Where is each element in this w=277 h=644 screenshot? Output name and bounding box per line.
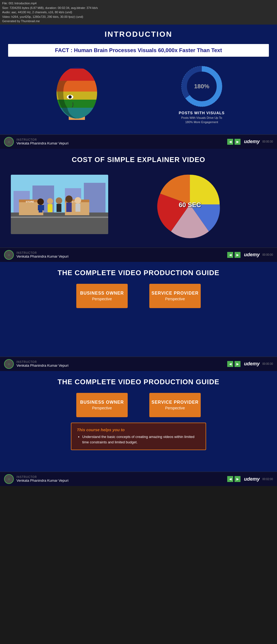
service-provider-btn-1[interactable]: SERVICE PROVIDER Perspective xyxy=(149,284,201,308)
instructor-info-1: ○ INSTRUCTOR Venkata Phanindra Kumar Vep… xyxy=(4,137,68,147)
instructor-bar-2: ○ INSTRUCTOR Venkata Phanindra Kumar Vep… xyxy=(0,248,277,262)
panel-cost: COST OF SIMPLE EXPLAINER VIDEO STORE xyxy=(0,149,277,248)
instructor-name-3: Venkata Phanindra Kumar Vepuri xyxy=(17,363,68,367)
instructor-text-4: INSTRUCTOR Venkata Phanindra Kumar Vepur… xyxy=(17,476,68,483)
next-button-2[interactable]: ▶ xyxy=(235,252,240,258)
business-owner-label-2: BUSINESS OWNER xyxy=(80,400,124,405)
timestamp-2: 00:00:00 xyxy=(262,253,273,256)
timestamp-1: 00:00:30 xyxy=(262,140,273,143)
file-info-line4: Video: h264, yuv420p, 1280x720, 290 kb/s… xyxy=(2,15,275,19)
instructor-text-3: INSTRUCTOR Venkata Phanindra Kumar Vepur… xyxy=(17,360,68,367)
instructor-label-4: INSTRUCTOR xyxy=(17,476,68,478)
file-info-line3: Audio: aac, 44100 Hz, 2 channels, s16, 8… xyxy=(2,10,275,15)
posts-subtitle-1: Posts With Visuals Drive Up To xyxy=(179,116,225,119)
business-owner-sub-2: Perspective xyxy=(92,406,112,410)
svg-point-9 xyxy=(68,95,72,99)
course-helps-list: Understand the basic concepts of creatin… xyxy=(77,434,200,446)
instructor-info-3: ○ INSTRUCTOR Venkata Phanindra Kumar Vep… xyxy=(4,359,68,369)
instructor-controls-2[interactable]: ◀ ▶ udemy 00:00:00 xyxy=(227,252,273,258)
panel-introduction: INTRODUCTION FACT : Human Brain Processe… xyxy=(0,25,277,134)
svg-rect-31 xyxy=(48,204,52,212)
panel-guide-2: THE COMPLETE VIDEO PRODUCTION GUIDE BUSI… xyxy=(0,371,277,472)
cost-title: COST OF SIMPLE EXPLAINER VIDEO xyxy=(11,156,266,164)
instructor-label-3: INSTRUCTOR xyxy=(17,360,68,363)
svg-point-34 xyxy=(65,195,72,203)
instructor-controls-3[interactable]: ◀ ▶ udemy 00:00:30 xyxy=(227,361,273,367)
pie-chart-area: 60 SEC xyxy=(114,169,266,240)
svg-text:STORE: STORE xyxy=(26,200,34,203)
instructor-label-1: INSTRUCTOR xyxy=(17,138,68,141)
file-info-line1: File: 001 Introduction.mp4 xyxy=(2,1,275,6)
instructor-text-1: INSTRUCTOR Venkata Phanindra Kumar Vepur… xyxy=(17,138,68,145)
donut-value: 180% xyxy=(194,83,209,90)
business-owner-btn-2[interactable]: BUSINESS OWNER Perspective xyxy=(76,393,128,417)
instructor-avatar-1: ○ xyxy=(4,137,14,147)
instructor-label-2: INSTRUCTOR xyxy=(17,251,68,254)
posts-subtitle-2: 180% More Engagement xyxy=(179,120,225,124)
cartoon-image: STORE STORE xyxy=(11,175,108,234)
instructor-avatar-2: ○ xyxy=(4,250,14,260)
perspectives-row-2: BUSINESS OWNER Perspective SERVICE PROVI… xyxy=(11,393,266,417)
instructor-name-4: Venkata Phanindra Kumar Vepuri xyxy=(17,478,68,483)
fact-banner: FACT : Human Brain Processes Visuals 60,… xyxy=(8,44,269,57)
svg-rect-28 xyxy=(38,205,39,210)
udemy-logo-1: udemy xyxy=(244,139,260,144)
prev-button-4[interactable]: ◀ xyxy=(227,476,233,482)
instructor-bar-1: ○ INSTRUCTOR Venkata Phanindra Kumar Vep… xyxy=(0,134,277,149)
svg-point-32 xyxy=(56,197,62,204)
svg-rect-3 xyxy=(57,69,97,81)
instructor-info-2: ○ INSTRUCTOR Venkata Phanindra Kumar Vep… xyxy=(4,250,68,260)
svg-rect-35 xyxy=(66,203,72,212)
service-provider-sub-2: Perspective xyxy=(165,406,185,410)
svg-point-30 xyxy=(47,198,53,204)
donut-container: 180% xyxy=(180,65,223,108)
svg-rect-14 xyxy=(11,213,108,234)
svg-rect-37 xyxy=(75,204,80,212)
file-info-line2: Size: 7204255 bytes (6.87 MiB), duration… xyxy=(2,6,275,10)
extra-space-1 xyxy=(11,313,266,346)
instructor-avatar-4: ○ xyxy=(4,474,14,484)
svg-point-36 xyxy=(75,197,81,204)
udemy-logo-4: udemy xyxy=(244,476,260,482)
donut-chart-area: 180% POSTS WITH VISUALS Posts With Visua… xyxy=(179,65,225,124)
service-provider-btn-2[interactable]: SERVICE PROVIDER Perspective xyxy=(149,393,201,417)
instructor-text-2: INSTRUCTOR Venkata Phanindra Kumar Vepur… xyxy=(17,251,68,258)
intro-content-area: 180% POSTS WITH VISUALS Posts With Visua… xyxy=(8,62,269,126)
svg-point-26 xyxy=(37,198,44,205)
guide-title-1: THE COMPLETE VIDEO PRODUCTION GUIDE xyxy=(11,269,266,277)
instructor-name-1: Venkata Phanindra Kumar Vepuri xyxy=(17,141,68,145)
panel-guide-1: THE COMPLETE VIDEO PRODUCTION GUIDE BUSI… xyxy=(0,262,277,357)
timestamp-3: 00:00:30 xyxy=(262,362,273,365)
course-helps-title: This course helps you to xyxy=(77,427,200,432)
fact-text: FACT : Human Brain Processes Visuals 60,… xyxy=(55,47,222,53)
business-owner-sub-1: Perspective xyxy=(92,297,112,301)
instructor-bar-3: ○ INSTRUCTOR Venkata Phanindra Kumar Vep… xyxy=(0,357,277,371)
timestamp-4: 00:02:00 xyxy=(262,478,273,481)
perspectives-row-1: BUSINESS OWNER Perspective SERVICE PROVI… xyxy=(11,284,266,308)
svg-rect-15 xyxy=(11,217,108,218)
service-provider-sub-1: Perspective xyxy=(165,297,185,301)
service-provider-label-2: SERVICE PROVIDER xyxy=(151,400,199,405)
udemy-logo-2: udemy xyxy=(244,252,260,258)
next-button-4[interactable]: ▶ xyxy=(235,476,240,482)
business-owner-btn-1[interactable]: BUSINESS OWNER Perspective xyxy=(76,284,128,308)
prev-button-1[interactable]: ◀ xyxy=(227,139,233,145)
extra-space-2 xyxy=(11,450,266,461)
next-button-1[interactable]: ▶ xyxy=(235,139,240,145)
next-button-3[interactable]: ▶ xyxy=(235,361,240,367)
course-helps-box: This course helps you to Understand the … xyxy=(71,423,206,450)
instructor-controls-4[interactable]: ◀ ▶ udemy 00:02:00 xyxy=(227,476,273,482)
instructor-controls-1[interactable]: ◀ ▶ udemy 00:00:30 xyxy=(227,139,273,145)
udemy-logo-3: udemy xyxy=(244,361,260,367)
instructor-avatar-3: ○ xyxy=(4,359,14,369)
intro-title: INTRODUCTION xyxy=(8,30,269,39)
file-info-bar: File: 001 Introduction.mp4 Size: 7204255… xyxy=(0,0,277,25)
svg-rect-29 xyxy=(42,205,44,210)
prev-button-3[interactable]: ◀ xyxy=(227,361,233,367)
prev-button-2[interactable]: ◀ xyxy=(227,252,233,258)
cost-content: STORE STORE xyxy=(11,169,266,240)
instructor-info-4: ○ INSTRUCTOR Venkata Phanindra Kumar Vep… xyxy=(4,474,68,484)
instructor-name-2: Venkata Phanindra Kumar Vepuri xyxy=(17,254,68,258)
svg-rect-33 xyxy=(57,204,61,212)
guide-title-2: THE COMPLETE VIDEO PRODUCTION GUIDE xyxy=(11,378,266,386)
